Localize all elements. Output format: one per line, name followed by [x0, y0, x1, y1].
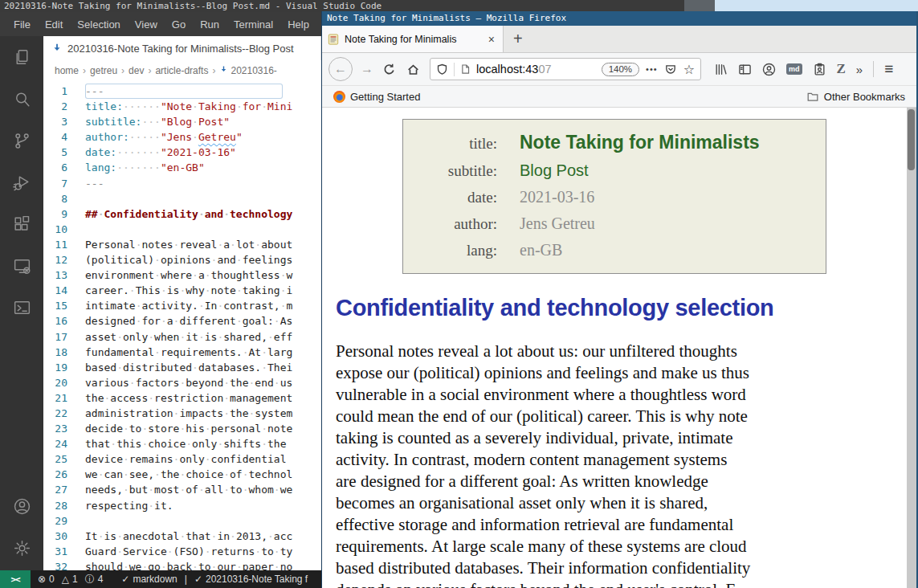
tracking-shield-icon[interactable]	[436, 63, 448, 76]
code-line-14[interactable]: 14career.·This·is·why·note·taking·i	[43, 283, 321, 298]
clipboard-icon[interactable]	[813, 63, 826, 76]
new-tab-button[interactable]: +	[504, 26, 532, 52]
url-bar[interactable]: localhost:4307 140% ••• ☆	[430, 58, 701, 80]
code-line-27[interactable]: 27needs,·but·most·of·all·to·whom·we	[43, 482, 321, 497]
source-control-icon[interactable]	[0, 120, 43, 161]
code-line-26[interactable]: 26we·can·see,·the·choice·of·technol	[43, 467, 321, 482]
whitespace-dots: ·	[154, 269, 161, 281]
content-scrollbar[interactable]	[907, 108, 916, 588]
code-line-18[interactable]: 18fundamental·requirements.·At·larg	[43, 345, 321, 360]
whitespace-dots: ·	[173, 315, 180, 327]
other-bookmarks[interactable]: Other Bookmarks	[806, 91, 905, 103]
code-line-17[interactable]: 17asset·only·when·it·is·shared,·eff	[43, 329, 321, 345]
breadcrumb-item-articledrafts[interactable]: article-drafts	[155, 65, 208, 76]
markdown-viewer-icon[interactable]: md	[786, 63, 802, 75]
code-line-29[interactable]: 29	[43, 513, 321, 529]
breadcrumb-item-getreu[interactable]: getreu	[90, 65, 117, 76]
menu-edit[interactable]: Edit	[38, 18, 70, 31]
forward-button[interactable]: →	[357, 62, 377, 76]
bookmark-getting-started[interactable]: Getting Started	[333, 91, 420, 103]
tab-close-icon[interactable]: ×	[486, 33, 497, 46]
zotero-icon[interactable]: Z	[837, 61, 846, 77]
back-button[interactable]: ←	[328, 57, 353, 81]
menu-selection[interactable]: Selection	[70, 18, 127, 31]
code-line-23[interactable]: 23decide·to·store·his·personal·note	[43, 421, 321, 436]
code-line-9[interactable]: 9##·Confidentiality·and·technology	[43, 206, 321, 222]
firefox-active-tab[interactable]: Note Taking for Minimalis ×	[322, 26, 504, 52]
code-line-12[interactable]: 12(political)·opinions·and·feelings	[43, 252, 321, 267]
code-line-20[interactable]: 20various·factors·beyond·the·end·us	[43, 375, 321, 390]
code-line-16[interactable]: 16designed·for·a·different·goal:·As	[43, 313, 321, 329]
account-icon[interactable]	[0, 485, 43, 527]
code-line-25[interactable]: 25device·remains·only·confidential	[43, 451, 321, 467]
zoom-level-button[interactable]: 140%	[602, 63, 639, 76]
code-line-28[interactable]: 28respecting·it.	[43, 498, 321, 513]
code-line-32[interactable]: 32should·we·go·back·to·our·paper·no	[43, 559, 321, 570]
problems-errors[interactable]: ⊗ 0	[38, 574, 55, 585]
code-line-10[interactable]: 10	[43, 222, 321, 237]
reload-button[interactable]	[378, 63, 399, 76]
code-line-30[interactable]: 30It·is·anecdotal·that·in·2013,·acc	[43, 529, 321, 544]
menu-run[interactable]: Run	[193, 18, 226, 31]
line-text: administration·impacts·the·system	[85, 406, 292, 421]
code-line-21[interactable]: 21the·access·restriction·management	[43, 390, 321, 406]
library-icon[interactable]	[714, 63, 728, 76]
code-line-8[interactable]: 8	[43, 191, 321, 206]
menu-go[interactable]: Go	[165, 18, 193, 31]
breadcrumb-item-home[interactable]: home	[55, 65, 79, 76]
extensions-icon[interactable]	[0, 203, 43, 245]
menu-icon[interactable]: ≡	[884, 60, 893, 78]
problems-warnings[interactable]: △ 1	[62, 574, 78, 585]
file-status[interactable]: ✓ 20210316-Note Taking f	[194, 574, 308, 585]
overflow-icon[interactable]: »	[856, 63, 863, 76]
code-line-7[interactable]: 7---	[43, 176, 321, 191]
vscode-editor-tab[interactable]: 20210316-Note Taking for Minimalists--Bl…	[43, 36, 321, 60]
whitespace-dots: ·	[136, 315, 142, 327]
code-line-3[interactable]: 3subtitle:···"Blog·Post"	[43, 114, 321, 129]
pocket-icon[interactable]	[664, 63, 677, 76]
markdownlint-status[interactable]: ✓ markdown	[121, 574, 177, 585]
code-line-31[interactable]: 31Guard·Service·(FSO)·returns·to·ty	[43, 544, 321, 559]
home-button[interactable]	[402, 63, 423, 76]
vscode-menubar: FileEditSelectionViewGoRunTerminalHelp	[0, 12, 321, 36]
file-status-label: 20210316-Note Taking f	[206, 574, 308, 585]
explorer-icon[interactable]	[0, 36, 43, 78]
code-line-15[interactable]: 15intimate·activity.·In·contrast,·m	[43, 298, 321, 313]
whitespace-dots: ·	[179, 423, 186, 435]
sidebar-icon[interactable]	[738, 63, 752, 76]
code-line-22[interactable]: 22administration·impacts·the·system	[43, 406, 321, 421]
menu-file[interactable]: File	[6, 18, 38, 31]
code-line-6[interactable]: 6lang:·······"en-GB"	[43, 160, 321, 175]
code-line-13[interactable]: 13environment·where·a·thoughtless·w	[43, 267, 321, 283]
problems-infos[interactable]: ⓘ 4	[85, 573, 104, 586]
account-icon[interactable]	[762, 63, 776, 76]
menu-help[interactable]: Help	[280, 18, 316, 31]
whitespace-dots: ·	[255, 545, 261, 557]
menu-terminal[interactable]: Terminal	[226, 18, 280, 31]
breadcrumb-item-20210316[interactable]: 20210316-	[231, 65, 276, 76]
page-info-icon[interactable]	[460, 63, 471, 75]
url-text[interactable]: localhost:4307	[476, 63, 602, 76]
run-and-debug-icon[interactable]	[0, 161, 43, 203]
code-line-11[interactable]: 11Personal·notes·reveal·a·lot·about	[43, 237, 321, 252]
remote-indicator[interactable]: ><	[0, 570, 31, 588]
editor-code-area[interactable]: 1---2title:······"Note·Taking·for·Mini3s…	[43, 81, 321, 570]
remote-explorer-icon[interactable]	[0, 245, 43, 287]
code-line-5[interactable]: 5date:·······"2021-03-16"	[43, 145, 321, 160]
settings-icon[interactable]	[0, 527, 43, 569]
search-icon[interactable]	[0, 78, 43, 120]
code-segment: should·we·go·back·to·our·paper·no	[85, 561, 292, 570]
code-line-2[interactable]: 2title:······"Note·Taking·for·Mini	[43, 99, 321, 114]
code-line-24[interactable]: 24that·this·choice·only·shifts·the	[43, 436, 321, 451]
menu-view[interactable]: View	[128, 18, 165, 31]
code-line-4[interactable]: 4author:·····"Jens·Getreu"	[43, 129, 321, 145]
bookmark-star-icon[interactable]: ☆	[683, 62, 695, 77]
breadcrumb-item-dev[interactable]: dev	[129, 65, 144, 76]
page-actions-icon[interactable]: •••	[646, 64, 658, 74]
terminal-icon[interactable]	[0, 287, 43, 329]
code-line-1[interactable]: 1---	[43, 84, 321, 99]
scrollbar-thumb[interactable]	[908, 109, 915, 170]
code-line-19[interactable]: 19based·distributed·databases.·Thei	[43, 360, 321, 375]
code-segment: ·····	[129, 131, 161, 143]
activity-bottom-icons	[0, 485, 43, 569]
